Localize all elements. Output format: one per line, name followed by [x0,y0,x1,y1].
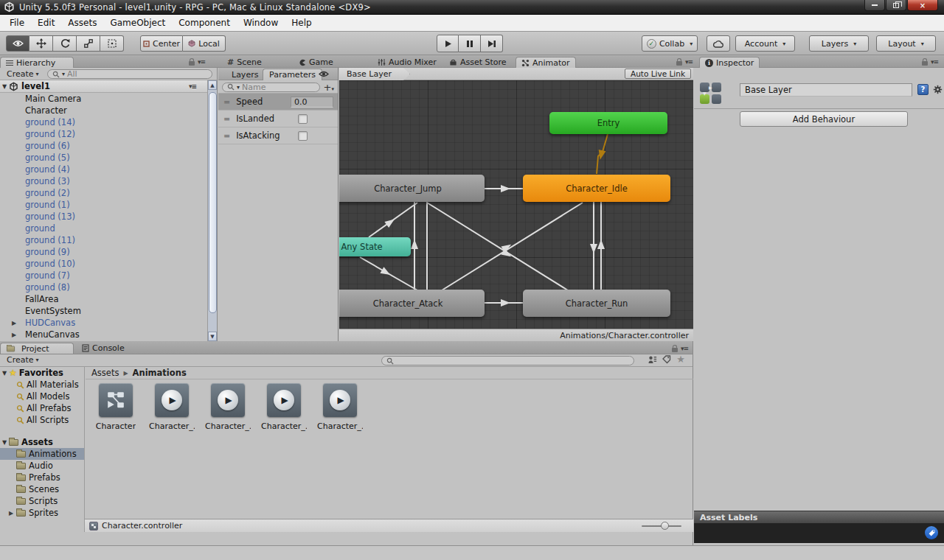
folder-item-prefabs[interactable]: Prefabs [0,472,84,483]
menu-edit[interactable]: Edit [31,15,61,30]
auto-live-link-button[interactable]: Auto Live Link [625,69,691,79]
hierarchy-item[interactable]: ground (2) [0,187,208,199]
favorites-star-icon[interactable]: ★ [676,355,685,364]
favorite-item[interactable]: All Prefabs [0,402,84,414]
project-file-clip[interactable]: ▶Character_... [205,383,251,431]
label-tag-button[interactable] [925,526,938,539]
scene-menu-icon[interactable]: ▾≡ [189,83,196,90]
step-button[interactable] [481,35,503,52]
hierarchy-panel-controls[interactable]: ▾≡ [189,58,205,66]
scroll-down-button[interactable]: ▼ [208,332,217,341]
help-icon[interactable]: ? [917,84,929,95]
minimize-button[interactable] [864,0,885,11]
rect-tool-button[interactable] [100,35,124,52]
hierarchy-item[interactable]: ground (7) [0,270,208,281]
drag-handle-icon[interactable]: = [223,97,230,107]
menu-gameobject[interactable]: GameObject [103,15,172,30]
thumbnail-zoom-slider[interactable] [642,525,681,527]
move-tool-button[interactable] [30,35,53,52]
speed-value-field[interactable]: 0.0 [291,97,333,108]
folder-item-animations[interactable]: Animations [0,448,84,460]
search-by-label-icon[interactable] [662,355,671,364]
search-by-type-icon[interactable] [648,355,657,364]
cloud-button[interactable] [707,35,730,52]
folder-item-sprites[interactable]: ▶Sprites [0,507,84,519]
animator-panel-controls[interactable]: ▾≡ [676,58,693,66]
hierarchy-item[interactable]: ground (9) [0,246,208,258]
hierarchy-item[interactable]: ground (14) [0,116,208,128]
hierarchy-item[interactable]: ground (8) [0,281,208,293]
hierarchy-item[interactable]: ground (4) [0,164,208,175]
pause-button[interactable] [459,35,481,52]
collab-button[interactable]: ✓Collab▾ [642,35,698,52]
menu-assets[interactable]: Assets [61,15,103,30]
hierarchy-item[interactable]: ground (11) [0,234,208,246]
scale-tool-button[interactable] [77,35,100,52]
project-file-clip[interactable]: ▶Character_... [317,383,363,431]
hierarchy-item[interactable]: Main Camera [0,93,208,105]
hierarchy-item[interactable]: ground (6) [0,140,208,152]
layout-dropdown[interactable]: Layout▾ [876,35,936,52]
tab-console[interactable]: Console [77,343,130,354]
account-dropdown[interactable]: Account▾ [735,35,795,52]
hierarchy-item[interactable]: ground (3) [0,175,208,187]
tab-animator[interactable]: Animator [516,57,576,68]
inspector-panel-controls[interactable]: ▾≡ [922,58,938,66]
slider-knob[interactable] [661,522,669,530]
breadcrumb-assets[interactable]: Assets [91,368,119,378]
project-panel-controls[interactable]: ▾≡ [672,345,688,352]
foldout-icon[interactable]: ▶ [12,332,16,338]
menu-file[interactable]: File [3,15,31,30]
parameter-row-speed[interactable]: = Speed 0.0 [218,94,338,111]
menu-component[interactable]: Component [172,15,237,30]
menu-help[interactable]: Help [285,15,318,30]
state-node-entry[interactable]: Entry [549,112,667,134]
foldout-icon[interactable]: ▼ [0,83,9,90]
favorite-item[interactable]: All Models [0,391,84,402]
base-layer-breadcrumb[interactable]: Base Layer [339,68,410,80]
favorite-item[interactable]: All Materials [0,379,84,391]
foldout-icon[interactable]: ▶ [9,510,13,517]
hierarchy-item[interactable]: ▶MenuCanvas [0,329,208,340]
assets-root[interactable]: ▼ Assets [0,436,84,448]
hierarchy-item[interactable]: ground (13) [0,211,208,223]
parameter-row-isatacking[interactable]: = IsAtacking [218,127,338,144]
scene-header-row[interactable]: ▼ level1 ▾≡ [0,80,208,93]
drag-handle-icon[interactable]: = [223,114,230,124]
islanded-checkbox[interactable] [298,114,308,124]
folder-item-scripts[interactable]: Scripts [0,495,84,507]
layers-dropdown[interactable]: Layers▾ [809,35,869,52]
tab-project[interactable]: Project [0,343,74,354]
state-node-character-idle[interactable]: Character_Idle [523,175,670,202]
favorite-item[interactable]: All Scripts [0,414,84,426]
layer-name-field[interactable]: Base Layer [740,83,912,97]
tab-scene[interactable]: #Scene [222,57,267,68]
hierarchy-item[interactable]: FallArea [0,293,208,305]
state-machine-canvas[interactable]: Entry Character_Jump Character_Idle Any … [339,80,693,329]
tab-asset-store[interactable]: Asset Store [444,57,512,68]
parameters-subtab[interactable]: Parameters [263,69,322,80]
isatacking-checkbox[interactable] [298,131,308,141]
folder-item-scenes[interactable]: Scenes [0,483,84,495]
restore-button[interactable] [886,0,906,11]
rotate-tool-button[interactable] [53,35,77,52]
state-node-any-state[interactable]: Any State [339,237,411,256]
asset-labels-header[interactable]: Asset Labels [694,511,944,523]
project-file-clip[interactable]: ▶Character_... [149,383,195,431]
state-node-character-atack[interactable]: Character_Atack [339,290,485,317]
project-create-button[interactable]: Create▾ [2,354,44,365]
hierarchy-item[interactable]: ground (1) [0,199,208,211]
foldout-icon[interactable]: ▶ [12,320,16,326]
tab-inspector[interactable]: iInspector [699,57,760,68]
project-file-controller[interactable]: Character [93,383,139,431]
add-behaviour-button[interactable]: Add Behaviour [740,111,908,127]
tab-game[interactable]: Game [294,57,339,68]
project-search-input[interactable] [381,356,634,365]
scroll-up-button[interactable]: ▲ [208,80,217,90]
menu-window[interactable]: Window [237,15,285,30]
eye-icon[interactable] [319,71,329,77]
hierarchy-item[interactable]: ▶HUDCanvas [0,317,208,329]
hand-tool-button[interactable] [6,35,30,52]
add-parameter-button[interactable]: +▾ [324,82,334,93]
hierarchy-item[interactable]: EventSystem [0,305,208,317]
